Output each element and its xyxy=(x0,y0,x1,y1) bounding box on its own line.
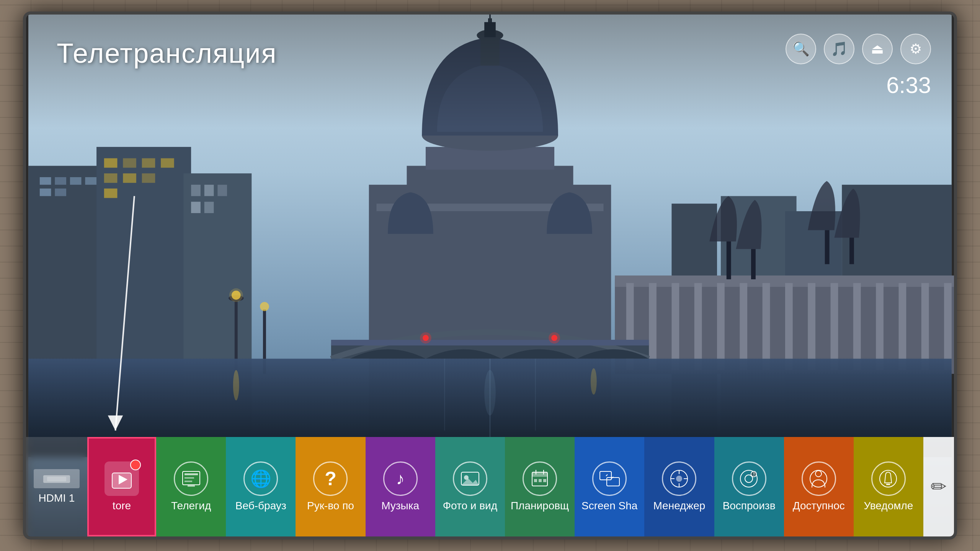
notif-icon xyxy=(871,461,906,496)
svg-rect-22 xyxy=(204,202,214,213)
settings-icon[interactable]: ⚙ xyxy=(900,34,931,64)
svg-rect-16 xyxy=(161,158,174,168)
svg-point-26 xyxy=(229,289,243,302)
svg-rect-107 xyxy=(607,478,619,486)
svg-rect-79 xyxy=(28,15,952,128)
app-item-hdmi[interactable]: HDMI 1 xyxy=(26,437,87,536)
svg-rect-7 xyxy=(85,177,96,185)
music-app-icon: ♪ xyxy=(383,461,418,496)
svg-rect-94 xyxy=(185,481,192,482)
input-icon[interactable]: ⏏ xyxy=(862,34,893,64)
tv-screen: Телетрансляция 🔍 🎵 ⏏ ⚙ 6:33 HDMI 1 xyxy=(26,15,954,536)
svg-marker-98 xyxy=(461,478,479,485)
access-label: Доступнос xyxy=(787,500,850,512)
svg-rect-84 xyxy=(849,238,854,264)
browser-label: Веб-брауз xyxy=(229,500,292,512)
access-icon xyxy=(802,461,836,496)
photos-label: Фото и вид xyxy=(439,500,501,512)
store-icon xyxy=(105,461,139,496)
svg-rect-93 xyxy=(185,477,194,479)
svg-rect-9 xyxy=(104,158,118,168)
planner-icon xyxy=(523,461,557,496)
app-item-guide[interactable]: ? Рук-во по xyxy=(296,437,365,536)
svg-rect-81 xyxy=(727,241,731,279)
app-item-browser[interactable]: 🌐 Веб-брауз xyxy=(226,437,296,536)
notif-label: Уведомле xyxy=(857,500,920,512)
svg-rect-104 xyxy=(539,479,542,482)
svg-rect-20 xyxy=(217,185,227,196)
hdmi-icon xyxy=(34,469,80,488)
app-bar: HDMI 1 tore xyxy=(26,437,954,536)
svg-rect-106 xyxy=(600,471,611,480)
time-display: 6:33 xyxy=(886,72,931,98)
svg-text:B: B xyxy=(753,472,755,476)
svg-rect-13 xyxy=(123,173,136,183)
player-label: Воспроизв xyxy=(718,500,781,512)
svg-rect-95 xyxy=(188,485,195,487)
svg-rect-103 xyxy=(534,479,537,482)
svg-rect-57 xyxy=(407,166,573,192)
svg-point-109 xyxy=(676,476,682,482)
svg-rect-100 xyxy=(532,472,547,477)
app-item-store[interactable]: tore xyxy=(87,437,156,536)
hdmi-label: HDMI 1 xyxy=(29,492,84,504)
teleguide-label: Телегид xyxy=(160,500,222,512)
svg-rect-92 xyxy=(185,473,198,475)
svg-rect-88 xyxy=(47,477,66,481)
store-label: tore xyxy=(92,500,152,512)
svg-rect-82 xyxy=(751,249,756,279)
svg-rect-14 xyxy=(142,158,155,168)
svg-rect-11 xyxy=(104,189,118,198)
app-item-player[interactable]: B Воспроизв xyxy=(714,437,784,536)
svg-rect-18 xyxy=(191,185,201,196)
store-badge xyxy=(130,460,141,470)
svg-rect-21 xyxy=(191,202,201,213)
svg-point-119 xyxy=(810,470,827,487)
manager-icon xyxy=(662,461,696,496)
screensha-icon xyxy=(592,461,627,496)
svg-point-118 xyxy=(815,471,822,477)
svg-point-28 xyxy=(260,302,269,311)
svg-rect-4 xyxy=(55,177,66,185)
app-item-screensha[interactable]: Screen Sha xyxy=(575,437,644,536)
page-title: Телетрансляция xyxy=(57,37,277,69)
photos-icon xyxy=(453,461,487,496)
music-icon[interactable]: 🎵 xyxy=(824,34,854,64)
app-item-photos[interactable]: Фото и вид xyxy=(435,437,505,536)
app-item-music[interactable]: ♪ Музыка xyxy=(366,437,435,536)
svg-rect-12 xyxy=(123,158,136,168)
app-item-access[interactable]: Доступнос xyxy=(784,437,854,536)
browser-icon: 🌐 xyxy=(243,461,278,496)
planner-label: Планировщ xyxy=(508,500,571,512)
guide-label: Рук-во по xyxy=(299,500,362,512)
svg-rect-5 xyxy=(55,189,66,196)
music-label: Музыка xyxy=(369,500,432,512)
svg-rect-19 xyxy=(204,185,214,196)
screensha-label: Screen Sha xyxy=(578,500,641,512)
top-right-controls: 🔍 🎵 ⏏ ⚙ xyxy=(786,34,931,64)
manager-label: Менеджер xyxy=(648,500,710,512)
app-item-planner[interactable]: Планировщ xyxy=(505,437,575,536)
svg-point-78 xyxy=(549,332,560,344)
tv-frame: Телетрансляция 🔍 🎵 ⏏ ⚙ 6:33 HDMI 1 xyxy=(23,11,957,540)
svg-rect-105 xyxy=(543,479,546,482)
app-item-edit[interactable]: ✏ xyxy=(923,437,954,536)
app-item-manager[interactable]: Менеджер xyxy=(644,437,714,536)
search-icon[interactable]: 🔍 xyxy=(786,34,816,64)
svg-rect-83 xyxy=(825,230,830,264)
svg-point-76 xyxy=(420,332,431,344)
svg-rect-67 xyxy=(331,340,649,346)
svg-rect-10 xyxy=(104,173,118,183)
svg-rect-15 xyxy=(142,173,155,183)
guide-icon: ? xyxy=(313,461,348,496)
svg-rect-3 xyxy=(40,189,51,196)
app-item-notif[interactable]: Уведомле xyxy=(854,437,923,536)
teleguide-icon xyxy=(174,461,208,496)
app-item-teleguide[interactable]: Телегид xyxy=(156,437,226,536)
edit-icon: ✏ xyxy=(931,476,947,498)
svg-rect-6 xyxy=(70,177,82,185)
player-icon: B xyxy=(732,461,766,496)
svg-rect-2 xyxy=(40,177,51,185)
